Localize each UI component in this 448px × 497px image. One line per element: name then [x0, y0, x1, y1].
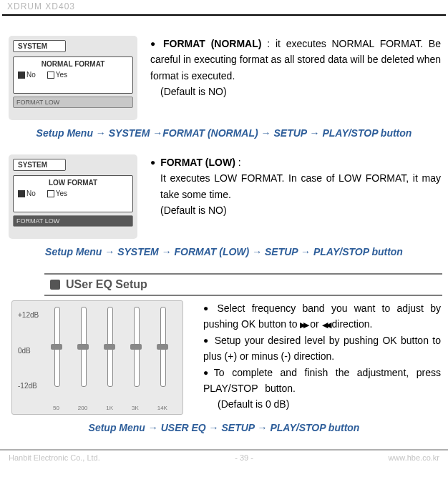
eq-slider: [157, 307, 170, 398]
bullet-icon: ●: [150, 156, 155, 169]
lcd-panel-label: SYSTEM: [13, 40, 66, 52]
eq-knob-icon: [77, 344, 89, 350]
format-normal-thumbnail: SYSTEM NORMAL FORMAT No Yes FORMAT LOW: [9, 36, 137, 120]
system-lcd-normal: SYSTEM NORMAL FORMAT No Yes FORMAT LOW: [9, 36, 137, 120]
desc-line: ● FORMAT (NORMAL) : it executes NORMAL F…: [150, 36, 441, 84]
radio-unselected-icon: [47, 72, 54, 79]
lcd-footer: FORMAT LOW: [13, 215, 133, 227]
lcd-title: LOW FORMAT: [18, 179, 128, 187]
eq-knob-icon: [104, 344, 115, 350]
eq-slider: [104, 307, 117, 398]
footer: Hanbit Electronic Co., Ltd. - 39 - www.h…: [0, 453, 448, 466]
path-user-eq: Setup Menu → USER EQ → SETUP → PLAY/STOP…: [0, 422, 448, 433]
user-eq-bar-title: USer EQ Setup: [66, 278, 147, 291]
eq-freq-labels: 50 200 1K 3K 14K: [44, 405, 177, 411]
eq-knob-icon: [157, 344, 168, 350]
format-low-desc: ● FORMAT (LOW) : It executes LOW FORMAT.…: [150, 154, 445, 219]
path-format-low: Setup Menu → SYSTEM → FORMAT (LOW) → SET…: [0, 246, 448, 257]
eq-slider: [77, 307, 90, 398]
footer-rule: [0, 449, 448, 451]
footer-company: Hanbit Electronic Co., Ltd.: [9, 453, 100, 462]
lcd-options: No Yes: [18, 190, 128, 197]
user-eq-bar: USer EQ Setup: [44, 273, 442, 296]
lcd-body: LOW FORMAT No Yes: [13, 175, 133, 212]
format-low-heading: FORMAT (LOW): [160, 157, 235, 168]
bullet-icon: ●: [150, 37, 155, 51]
format-low-heading-suffix: :: [235, 157, 241, 168]
user-eq-thumbnail: +12dB 0dB -12dB 50 200 1K: [9, 300, 190, 415]
lcd-footer: FORMAT LOW: [13, 97, 133, 108]
desc-line: ● Setup your desired level by pushing OK…: [203, 333, 441, 365]
lcd-panel-label: SYSTEM: [13, 159, 66, 171]
eq-bar-icon: [50, 280, 60, 290]
eq-gain-labels: +12dB 0dB -12dB: [18, 307, 44, 398]
radio-selected-icon: [18, 190, 25, 197]
eq-knob-icon: [130, 344, 142, 350]
format-low-body: It executes LOW FORMAT. In case of LOW F…: [150, 170, 441, 202]
rewind-icon: ◀◀: [322, 320, 329, 329]
section-format-low: SYSTEM LOW FORMAT No Yes FORMAT LOW ● FO…: [0, 154, 448, 239]
user-eq-default: (Default is 0 dB): [203, 396, 441, 412]
fast-forward-icon: ▶▶: [300, 320, 307, 329]
lcd-opt-yes: Yes: [47, 71, 67, 79]
desc-line: ● To complete and finish the adjustment,…: [203, 365, 441, 397]
bullet-icon: ●: [203, 334, 208, 348]
footer-page: - 39 -: [100, 453, 389, 462]
eq-knob-icon: [51, 344, 62, 350]
format-normal-desc: ● FORMAT (NORMAL) : it executes NORMAL F…: [150, 36, 445, 100]
desc-line: ● FORMAT (LOW) :: [150, 154, 441, 170]
lcd-body: NORMAL FORMAT No Yes: [13, 56, 133, 94]
path-format-normal: Setup Menu → SYSTEM →FORMAT (NORMAL) → S…: [0, 127, 448, 139]
section-user-eq: +12dB 0dB -12dB 50 200 1K: [0, 300, 448, 415]
user-eq-desc: ● Select frequency band you want to adju…: [203, 300, 445, 413]
eq-sliders: [44, 307, 177, 398]
format-normal-default: (Default is NO): [150, 84, 441, 99]
radio-selected-icon: [18, 72, 25, 79]
format-normal-heading: FORMAT (NORMAL): [163, 38, 261, 49]
lcd-opt-yes: Yes: [47, 190, 67, 197]
lcd-options: No Yes: [18, 71, 128, 79]
system-lcd-low: SYSTEM LOW FORMAT No Yes FORMAT LOW: [9, 154, 137, 239]
format-low-default: (Default is NO): [150, 202, 441, 218]
eq-slider: [130, 307, 143, 398]
lcd-title: NORMAL FORMAT: [18, 60, 128, 68]
format-low-thumbnail: SYSTEM LOW FORMAT No Yes FORMAT LOW: [9, 154, 137, 239]
bullet-icon: ●: [203, 366, 208, 380]
lcd-opt-no: No: [18, 71, 36, 79]
section-format-normal: SYSTEM NORMAL FORMAT No Yes FORMAT LOW ●…: [0, 36, 448, 120]
eq-slider: [51, 307, 64, 398]
page: XDRUM XD403 SYSTEM NORMAL FORMAT No Yes …: [0, 0, 448, 466]
bullet-icon: ●: [203, 302, 208, 315]
eq-lcd: +12dB 0dB -12dB 50 200 1K: [11, 300, 183, 415]
header-rule: [2, 14, 446, 16]
radio-unselected-icon: [47, 190, 54, 197]
lcd-opt-no: No: [18, 190, 36, 197]
footer-url: www.hbe.co.kr: [388, 453, 439, 462]
desc-line: ● Select frequency band you want to adju…: [203, 300, 441, 333]
header-product: XDRUM XD403: [0, 0, 448, 14]
